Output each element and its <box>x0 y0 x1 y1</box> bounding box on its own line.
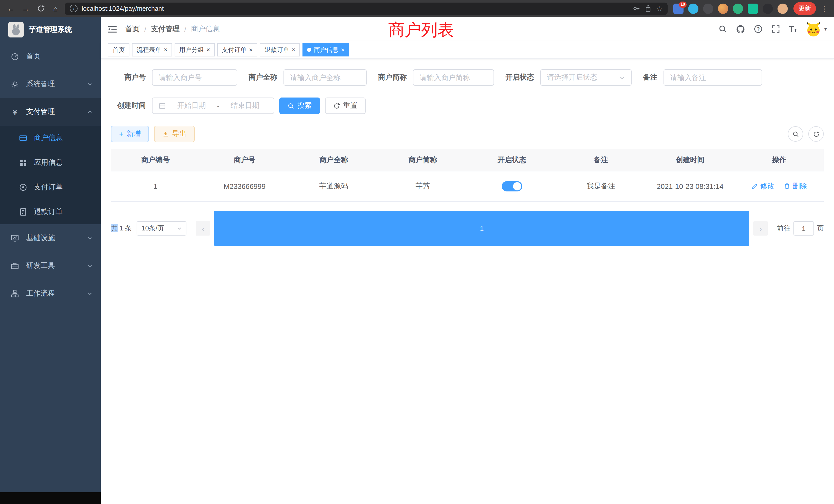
chevron-down-icon <box>177 226 182 231</box>
close-icon[interactable]: × <box>249 47 253 53</box>
delete-button[interactable]: 删除 <box>784 182 807 191</box>
tab-pay-orders[interactable]: 支付订单 × <box>217 43 257 56</box>
hamburger-icon[interactable] <box>108 25 117 33</box>
extension-icon-avatar[interactable] <box>718 3 728 14</box>
col-short-name: 商户简称 <box>378 150 467 171</box>
short-name-input[interactable] <box>413 69 494 86</box>
toggle-search-button[interactable] <box>788 126 803 142</box>
next-page-button[interactable]: › <box>753 221 768 235</box>
extension-icon-dark[interactable] <box>703 3 713 14</box>
sidebar-item-merchant-info[interactable]: 商户信息 <box>0 126 101 151</box>
bookmark-star-icon[interactable]: ☆ <box>656 5 662 12</box>
sidebar-item-payment[interactable]: ¥ 支付管理 <box>0 98 101 126</box>
breadcrumb-home[interactable]: 首页 <box>125 24 140 33</box>
extension-icon-puzzle[interactable]: 10 <box>673 3 683 14</box>
sidebar-item-workflow[interactable]: 工作流程 <box>0 280 101 307</box>
refresh-icon <box>333 102 340 109</box>
gear-icon <box>10 80 20 88</box>
refresh-table-button[interactable] <box>808 126 824 142</box>
sidebar-item-label: 研发工具 <box>26 261 55 271</box>
github-icon[interactable] <box>736 24 745 33</box>
dashboard-icon <box>10 52 20 61</box>
page-size-select[interactable]: 10条/页 <box>137 221 187 235</box>
pagination: 共 1 条 10条/页 ‹ 1 › 前往 页 <box>111 211 824 246</box>
screen: ← → ⌂ i localhost:1024/pay/merchant ☆ 10 <box>0 0 834 504</box>
chevron-down-icon <box>87 263 92 269</box>
close-icon[interactable]: × <box>341 47 345 53</box>
forward-icon[interactable]: → <box>20 3 31 14</box>
sidebar-item-infrastructure[interactable]: 基础设施 <box>0 224 101 252</box>
edit-button[interactable]: 修改 <box>751 182 775 191</box>
help-icon[interactable]: ? <box>754 25 763 33</box>
cell-short-name: 芋艿 <box>378 171 467 202</box>
header-search-icon[interactable] <box>719 25 727 33</box>
sidebar-item-system[interactable]: 系统管理 <box>0 70 101 98</box>
update-button[interactable]: 更新 <box>793 2 816 15</box>
fullscreen-icon[interactable] <box>771 25 780 33</box>
sidebar-item-label: 退款订单 <box>34 207 63 216</box>
status-select[interactable]: 请选择开启状态 <box>540 69 632 86</box>
extension-icon-pinwheel[interactable] <box>763 3 773 14</box>
share-icon[interactable] <box>645 5 652 12</box>
reset-button[interactable]: 重置 <box>325 97 366 114</box>
extension-icon-drop[interactable] <box>688 3 698 14</box>
sidebar-item-pay-orders[interactable]: 支付订单 <box>0 175 101 200</box>
full-name-input[interactable] <box>284 69 367 86</box>
close-icon[interactable]: × <box>292 47 295 53</box>
site-info-icon[interactable]: i <box>70 5 78 12</box>
col-full-name: 商户全称 <box>289 150 378 171</box>
chevron-up-icon <box>87 109 92 114</box>
svg-text:?: ? <box>757 26 760 31</box>
password-key-icon[interactable] <box>633 5 641 12</box>
extension-icon-green-square[interactable] <box>748 3 758 14</box>
logo-area: 芋道管理系统 <box>0 17 101 43</box>
col-actions: 操作 <box>734 150 824 171</box>
extension-icon-vue[interactable] <box>733 3 743 14</box>
create-time-range-picker[interactable]: 开始日期 - 结束日期 <box>152 97 274 114</box>
back-icon[interactable]: ← <box>5 3 17 14</box>
chevron-down-icon: ▾ <box>824 26 827 32</box>
start-date-placeholder: 开始日期 <box>169 101 214 110</box>
close-icon[interactable]: × <box>164 47 168 53</box>
edit-icon <box>751 183 758 190</box>
search-button[interactable]: 搜索 <box>279 97 320 114</box>
page-number-button[interactable]: 1 <box>214 211 749 246</box>
sidebar-item-refund-orders[interactable]: 退款订单 <box>0 200 101 224</box>
prev-page-button[interactable]: ‹ <box>196 221 210 235</box>
sidebar-item-app-info[interactable]: 应用信息 <box>0 151 101 175</box>
add-button[interactable]: + 新增 <box>111 126 149 142</box>
chevron-down-icon <box>619 75 625 80</box>
search-icon <box>792 131 799 137</box>
tab-refund-orders[interactable]: 退款订单 × <box>260 43 300 56</box>
tab-home[interactable]: 首页 <box>108 43 129 56</box>
sidebar-item-home[interactable]: 首页 <box>0 43 101 70</box>
goto-page-input[interactable] <box>793 221 814 235</box>
address-bar[interactable]: i localhost:1024/pay/merchant ☆ <box>65 2 667 15</box>
tab-process-form[interactable]: 流程表单 × <box>132 43 172 56</box>
status-label: 开启状态 <box>505 73 540 82</box>
tags-view-bar: 首页 流程表单 × 用户分组 × 支付订单 × <box>101 41 834 59</box>
breadcrumb-payment[interactable]: 支付管理 <box>151 24 180 33</box>
chevron-down-icon <box>87 82 92 87</box>
tab-user-group[interactable]: 用户分组 × <box>175 43 215 56</box>
font-size-icon[interactable]: TT <box>789 25 797 33</box>
user-avatar[interactable]: ▾ <box>806 21 827 37</box>
merchant-table: 商户编号 商户号 商户全称 商户简称 开启状态 备注 创建时间 操作 1 <box>111 150 824 202</box>
export-button[interactable]: 导出 <box>154 126 195 142</box>
table-header-row: 商户编号 商户号 商户全称 商户简称 开启状态 备注 创建时间 操作 <box>111 150 824 171</box>
extension-icon-person[interactable] <box>777 3 788 14</box>
browser-menu-icon[interactable]: ⋮ <box>820 4 829 13</box>
remark-label: 备注 <box>643 73 663 82</box>
home-icon[interactable]: ⌂ <box>50 3 61 14</box>
remark-input[interactable] <box>663 69 762 86</box>
reload-icon[interactable] <box>35 3 46 14</box>
sidebar-item-label: 首页 <box>26 52 41 61</box>
sidebar-item-dev-tools[interactable]: 研发工具 <box>0 252 101 280</box>
tab-merchant-info[interactable]: 商户信息 × <box>303 43 349 56</box>
merchant-no-input[interactable] <box>152 69 237 86</box>
close-icon[interactable]: × <box>206 47 210 53</box>
calendar-icon <box>159 102 166 109</box>
download-icon <box>162 131 169 137</box>
status-toggle[interactable] <box>502 181 522 191</box>
col-merchant-id: 商户编号 <box>111 150 200 171</box>
